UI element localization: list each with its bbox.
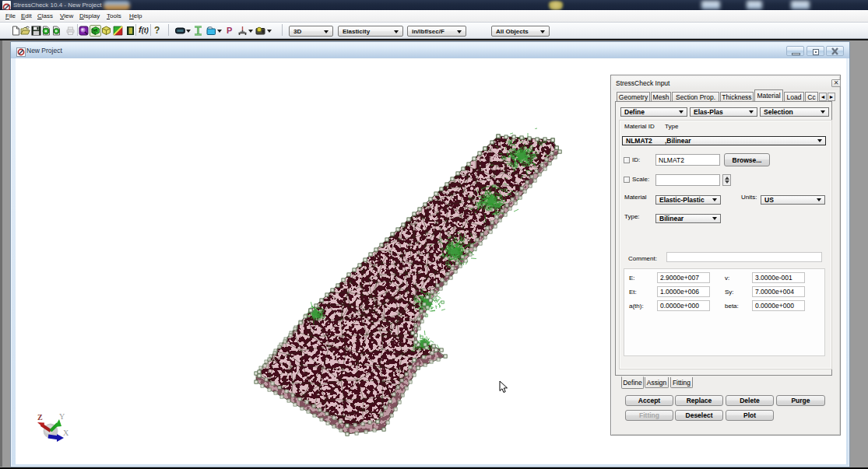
svg-text:X: X bbox=[63, 429, 69, 437]
svg-text:Y: Y bbox=[59, 412, 65, 421]
svg-text:Z: Z bbox=[37, 413, 43, 422]
